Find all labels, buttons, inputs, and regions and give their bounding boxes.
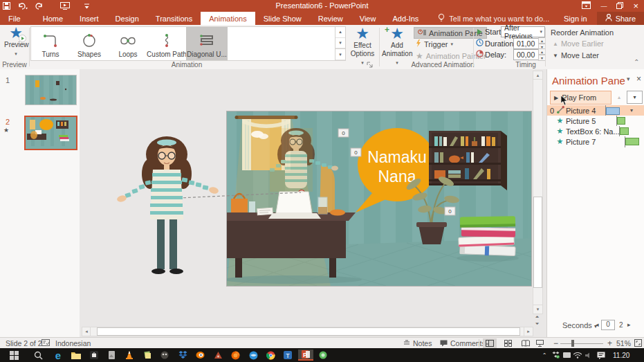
collapse-ribbon-chevron-icon[interactable]: ⌃ — [634, 58, 639, 66]
dropbox-tray-icon[interactable] — [550, 350, 561, 361]
timeline-bar-picture5[interactable] — [617, 117, 625, 125]
preview-play-badge-icon — [19, 35, 26, 42]
slide-2-number: 2 — [6, 118, 10, 126]
taskbar-clock[interactable]: 11.20 — [613, 352, 629, 359]
gallery-item-shapes[interactable]: Shapes — [70, 27, 109, 60]
windows-store-icon[interactable] — [89, 350, 100, 361]
sign-in-link[interactable]: Sign in — [554, 15, 597, 23]
zoom-in-button[interactable]: + — [607, 338, 612, 348]
input-indicator-icon[interactable] — [561, 350, 572, 361]
close-button[interactable]: × — [633, 1, 638, 10]
slide-indicator[interactable]: Slide 2 of 2 — [6, 339, 42, 347]
dropbox-icon[interactable] — [177, 350, 188, 361]
vscrollbar-thumb[interactable] — [533, 197, 542, 288]
powerpoint-taskbar-icon-active[interactable]: P — [298, 350, 313, 361]
tab-file[interactable]: File — [0, 12, 29, 25]
gallery-scroll-up[interactable]: ▴ — [335, 27, 345, 38]
slide-1-thumbnail[interactable] — [25, 75, 77, 105]
search-icon[interactable] — [33, 350, 44, 361]
slide-editing-area[interactable]: Namaku Nana — [80, 69, 546, 337]
tab-animations[interactable]: Animations — [201, 12, 255, 25]
action-center-icon[interactable] — [596, 350, 607, 361]
gallery-more-button[interactable]: ▾ — [335, 48, 345, 60]
animation-item-picture5[interactable]: ★ Picture 5 — [547, 116, 644, 126]
notes-button[interactable]: Notes — [403, 339, 432, 347]
preview-button[interactable]: ★ Preview▾ — [4, 26, 28, 58]
gallery-item-custom-path[interactable]: Custom Path — [147, 27, 186, 60]
timescale-left-arrow[interactable]: ◂ — [596, 321, 599, 328]
blue-tile-app-icon[interactable]: T — [282, 350, 293, 361]
slideshow-view-button[interactable] — [533, 338, 546, 348]
slide-sorter-view-button[interactable] — [501, 338, 515, 348]
language-indicator[interactable]: Indonesian — [55, 339, 91, 347]
previous-slide-button[interactable]: ⏶ — [533, 314, 542, 321]
gallery-label: Shapes — [77, 51, 101, 58]
start-dropdown[interactable]: After Previous ▾ — [501, 26, 545, 37]
gimp-icon[interactable] — [159, 350, 170, 361]
thunderbird-icon[interactable] — [248, 350, 259, 361]
pane-move-up-button: ▴ — [614, 91, 625, 102]
hscroll-right-arrow[interactable]: ▸ — [524, 327, 533, 336]
gallery-item-turns[interactable]: Turns — [31, 27, 70, 60]
green-app-icon[interactable] — [318, 350, 329, 361]
fit-slide-to-window-icon[interactable] — [634, 339, 642, 348]
blender-icon[interactable] — [194, 350, 205, 361]
pane-move-down-button[interactable]: ▾ — [627, 91, 643, 104]
zoom-out-button[interactable]: − — [553, 338, 558, 348]
restore-button[interactable] — [616, 2, 623, 10]
trigger-button[interactable]: Trigger ▾ — [416, 39, 453, 48]
tab-add-ins[interactable]: Add-Ins — [384, 12, 427, 25]
photos-app-icon[interactable] — [106, 350, 117, 361]
start-menu-button[interactable] — [8, 350, 19, 361]
play-from-button[interactable]: ▶ Play From — [550, 91, 611, 105]
vlc-player-icon[interactable] — [124, 350, 135, 361]
effect-options-button[interactable]: ★ EffectOptions ▾ — [349, 26, 376, 67]
gallery-item-loops[interactable]: Loops — [109, 27, 147, 60]
tab-slide-show[interactable]: Slide Show — [255, 12, 310, 25]
volume-icon[interactable] — [583, 350, 594, 361]
zoom-level[interactable]: 51% — [616, 339, 631, 347]
animation-item-picture4[interactable]: 0 Picture 4 ▾ — [547, 105, 644, 116]
file-explorer-icon[interactable] — [71, 350, 82, 361]
tab-transitions[interactable]: Transitions — [147, 12, 201, 25]
chrome-icon[interactable] — [265, 350, 276, 361]
ribbon-display-options-icon[interactable] — [582, 1, 591, 10]
hidden-icons-chevron[interactable]: ⌃ — [539, 350, 550, 361]
next-slide-button[interactable]: ⏷ — [533, 321, 542, 328]
timeline-bar-picture7[interactable] — [625, 138, 639, 145]
animation-pane-button[interactable]: Animation Pane — [414, 27, 487, 39]
pane-options-caret-icon[interactable]: ▾ — [627, 75, 630, 82]
timeline-bar-picture4[interactable] — [606, 107, 620, 115]
animation-item-textbox6[interactable]: ★ TextBox 6: Na... — [547, 126, 644, 136]
move-later-button[interactable]: ▼ Move Later — [553, 51, 599, 60]
gallery-item-diagonal-u-selected[interactable]: Diagonal U... — [186, 27, 228, 60]
minimize-button[interactable]: — — [600, 3, 607, 10]
hscrollbar-thumb[interactable] — [97, 327, 520, 336]
wifi-icon[interactable] — [572, 350, 583, 361]
timescale-right-arrow[interactable]: ▸ — [627, 321, 631, 328]
tab-home[interactable]: Home — [35, 12, 71, 25]
edge-browser-icon[interactable]: e — [53, 350, 64, 361]
firefox-icon[interactable] — [230, 350, 241, 361]
share-button[interactable]: Share — [597, 12, 644, 25]
seconds-dropdown[interactable]: Seconds ▾ — [562, 321, 597, 329]
pane-close-icon[interactable]: × — [636, 74, 641, 84]
normal-view-button[interactable] — [483, 338, 497, 348]
slide-2-thumbnail-selected[interactable] — [24, 116, 77, 150]
tab-insert[interactable]: Insert — [71, 12, 107, 25]
spellcheck-icon[interactable] — [42, 339, 50, 348]
tab-view[interactable]: View — [351, 12, 385, 25]
timeline-bar-textbox6[interactable] — [620, 127, 629, 135]
item-dropdown-caret-icon[interactable]: ▾ — [630, 107, 633, 114]
sticky-notes-icon[interactable] — [142, 350, 153, 361]
tab-review[interactable]: Review — [310, 12, 351, 25]
installer-app-icon[interactable] — [212, 350, 223, 361]
woman-character-picture4[interactable] — [113, 134, 230, 282]
zoom-slider-track[interactable] — [560, 343, 603, 344]
tab-design[interactable]: Design — [107, 12, 147, 25]
zoom-slider-thumb[interactable] — [571, 340, 574, 347]
gallery-scroll-down[interactable]: ▾ — [335, 38, 345, 49]
timescale-zoom-box[interactable]: 0 — [601, 320, 615, 330]
reading-view-button[interactable] — [519, 338, 533, 348]
vscroll-down-arrow[interactable]: ▾ — [533, 305, 543, 314]
